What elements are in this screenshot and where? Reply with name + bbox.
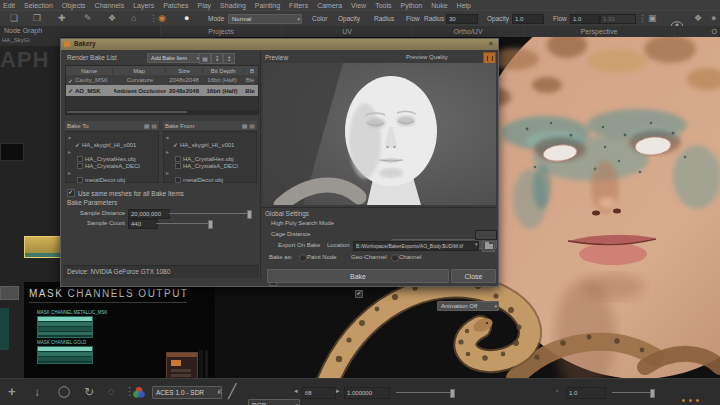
tab-ortho-uv[interactable]: Ortho/UV	[412, 26, 523, 37]
column-header[interactable]: Map	[112, 68, 165, 74]
checkbox-checked-icon[interactable]: ✓	[68, 87, 73, 94]
checkbox-checked-icon[interactable]: ✓	[75, 141, 80, 148]
tab-projects[interactable]: Projects	[160, 26, 281, 37]
flow-field[interactable]: 1.0	[570, 14, 600, 24]
paint-add-icon[interactable]: ✚	[58, 13, 66, 23]
bake-list-menu-icon-button[interactable]: ▤	[199, 53, 211, 64]
paint-node-radio[interactable]	[299, 254, 307, 262]
gain-slider[interactable]	[612, 392, 654, 393]
table-row-selected[interactable]: ✓AO_MSK Ambient Occlusion 2048x2048 16bi…	[66, 85, 258, 96]
add-bake-item-button[interactable]: Add Bake Item	[147, 53, 201, 63]
sample-count-slider[interactable]	[156, 223, 212, 224]
scrollbar-vertical[interactable]	[205, 350, 208, 378]
column-header[interactable]: Name	[66, 68, 112, 74]
mask-node-cluster[interactable]	[37, 316, 93, 338]
menu-item[interactable]: Camera	[317, 2, 342, 9]
soft-select-icon[interactable]: ◌	[108, 385, 115, 397]
mask-node-cluster[interactable]	[37, 346, 93, 364]
sphere-icon[interactable]: ●	[711, 13, 716, 23]
menu-item[interactable]: Filters	[289, 2, 308, 9]
close-icon[interactable]: ✕	[488, 40, 494, 48]
checkbox-checked-icon[interactable]: ✓	[173, 141, 178, 148]
tree-group-row[interactable]: ▸	[164, 169, 256, 176]
menu-item[interactable]: Python	[400, 2, 422, 9]
new-project-icon[interactable]: ❏	[10, 13, 18, 23]
sample-distance-field[interactable]: 20,000,000	[128, 209, 170, 219]
opacity-toggle-label[interactable]: Opacity	[338, 15, 360, 22]
menu-item[interactable]: Play	[197, 2, 211, 9]
stop-down-icon[interactable]: ◂	[294, 387, 298, 395]
gain-icon[interactable]: ▫	[556, 387, 558, 394]
column-header[interactable]: Size	[165, 68, 202, 74]
bake-button[interactable]: Bake	[267, 269, 449, 283]
radius-field[interactable]: 30	[446, 14, 478, 24]
tree-item[interactable]: HA_CrystalHex.obj	[66, 155, 158, 162]
channel-dropdown[interactable]: RGB	[248, 399, 300, 405]
column-header[interactable]: B	[243, 68, 260, 74]
stamp-icon[interactable]: ▣	[648, 13, 657, 23]
menu-item[interactable]: Layers	[133, 2, 154, 9]
menu-item[interactable]: Objects	[62, 2, 86, 9]
menu-item[interactable]: Painting	[255, 2, 280, 9]
circle-select-icon[interactable]: ◯	[58, 385, 70, 398]
colorspace-dropdown[interactable]: ACES 1.0 - SDR	[152, 386, 222, 399]
tab-partial[interactable]: O	[674, 26, 718, 37]
menu-item[interactable]: View	[351, 2, 366, 9]
column-header[interactable]: Bit Depth	[202, 68, 243, 74]
table-row[interactable]: ✓Cavity_MSK Curvature 2048x2048 16bit (H…	[66, 75, 258, 85]
browse-folder-button[interactable]	[482, 241, 495, 252]
tree-item[interactable]: ✓HA_skygirl_HI_v001	[66, 141, 158, 148]
menu-item[interactable]: Channels	[95, 2, 125, 9]
menu-item[interactable]: Selection	[24, 2, 53, 9]
brush-icon[interactable]: ✎	[84, 13, 92, 23]
opacity-field[interactable]: 1.0	[512, 14, 544, 24]
tree-group-row[interactable]: ▾	[164, 134, 256, 141]
sample-count-field[interactable]: 440	[128, 219, 158, 229]
color-wheel-icon[interactable]	[132, 385, 146, 403]
tree-item[interactable]: ✓HA_skygirl_HI_v001	[164, 141, 256, 148]
tab-node-graph[interactable]: Node Graph	[4, 27, 42, 34]
checkbox-icon[interactable]	[175, 156, 181, 162]
gamma-curve-icon[interactable]: ╱	[228, 383, 236, 399]
bake-list-save-icon-button[interactable]: ↧	[211, 53, 223, 64]
f-stop-field[interactable]: f/8	[302, 387, 336, 399]
exposure-field[interactable]: 1.000000	[344, 387, 390, 399]
menu-item[interactable]: Tools	[375, 2, 391, 9]
expand-all-icon[interactable]: ▦	[242, 122, 248, 129]
menu-item[interactable]: Nuke	[431, 2, 447, 9]
tree-group-row[interactable]: ▸	[66, 169, 158, 176]
exposure-slider[interactable]	[396, 392, 454, 393]
dialog-title-bar[interactable]: Bakery ✕	[61, 39, 498, 50]
node-box-yellow[interactable]	[24, 236, 62, 258]
stop-up-icon[interactable]: ▸	[336, 387, 340, 395]
geo-channel-radio[interactable]	[355, 290, 363, 298]
node-graph-subtab[interactable]: HA_SkyGi	[0, 37, 61, 46]
node-box-gray[interactable]	[0, 286, 19, 300]
collapse-all-icon[interactable]: ▤	[249, 122, 255, 129]
checkbox-icon[interactable]	[175, 177, 181, 183]
move-tool-icon[interactable]: +	[8, 384, 16, 399]
gain-field[interactable]: 1.0	[566, 387, 606, 399]
scrollbar-vertical[interactable]	[199, 350, 203, 378]
node-box-dark[interactable]	[0, 143, 24, 161]
tab-uv[interactable]: UV	[281, 26, 412, 37]
node-box-teal[interactable]	[0, 308, 9, 350]
tree-item[interactable]: HA_CrystalsA_DECI	[164, 162, 256, 169]
tree-item[interactable]: HA_CrystalHex.obj	[164, 155, 256, 162]
use-same-meshes-checkbox[interactable]	[67, 189, 75, 197]
close-button[interactable]: Close	[451, 269, 496, 283]
brush-tip-icon[interactable]: ●	[184, 13, 189, 23]
active-tool-icon[interactable]: ◉	[158, 13, 166, 23]
menu-item[interactable]: Patches	[163, 2, 188, 9]
tab-perspective[interactable]: Perspective	[523, 26, 674, 37]
tree-group-row[interactable]: ▸	[66, 148, 158, 155]
tree-item[interactable]: metalDecor.obj	[164, 176, 256, 183]
drop-tool-icon[interactable]: ↓	[34, 385, 40, 399]
menu-item[interactable]: Shading	[220, 2, 246, 9]
projector-icon[interactable]: ⌂	[131, 13, 136, 23]
checkbox-icon[interactable]	[77, 177, 83, 183]
table-hscrollbar[interactable]	[66, 110, 258, 114]
rotate-tool-icon[interactable]: ↻	[84, 385, 94, 399]
collapse-all-icon[interactable]: ▤	[151, 122, 157, 129]
save-project-icon[interactable]: ❐	[33, 13, 41, 23]
